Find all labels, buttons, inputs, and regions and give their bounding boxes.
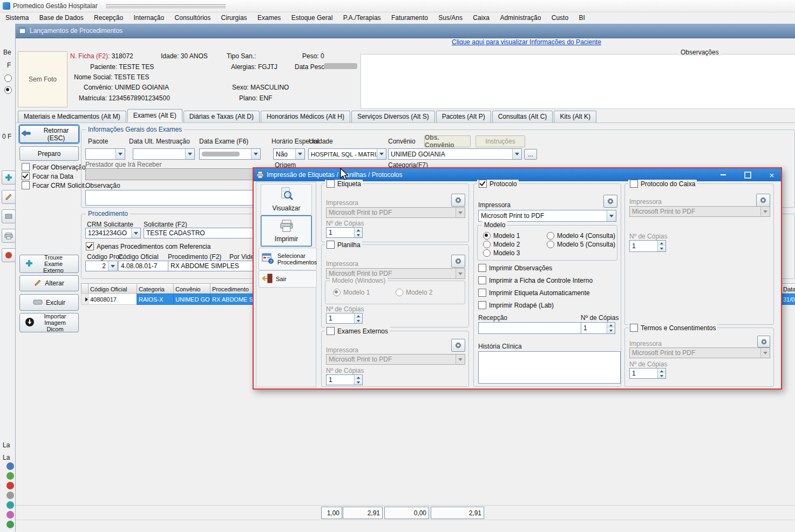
spin-up-icon[interactable] [607, 323, 615, 328]
menu-item-exames[interactable]: Exames [253, 12, 285, 24]
grid-header-data[interactable]: Data [781, 283, 795, 295]
solicitante-field[interactable]: TESTE CADASTRO [144, 228, 258, 238]
left-strip-radio[interactable] [4, 86, 12, 94]
pencil-icon[interactable] [2, 190, 16, 204]
grid-cell-data[interactable]: 31/0 [781, 294, 795, 305]
printer-icon[interactable] [2, 229, 16, 243]
selecionar-procedimentos-button[interactable]: ? Selecionar Procedimentos [259, 248, 317, 270]
menu-item-base-de-dados[interactable]: Base de Dados [35, 12, 88, 24]
protocolo-modelo4-radio[interactable]: Modelo 4 (Consulta) [547, 232, 615, 240]
exames-externos-checkbox[interactable]: Exames Externos [325, 327, 390, 335]
recepcao-field[interactable] [478, 322, 584, 334]
menu-item-custo[interactable]: Custo [547, 12, 573, 24]
imprimir-observacoes-checkbox[interactable]: Imprimir Observações [478, 264, 552, 272]
spin-down-icon[interactable] [355, 318, 362, 323]
excluir-button[interactable]: Excluir [19, 294, 79, 311]
menu-item-cirurgias[interactable]: Cirurgias [217, 12, 252, 24]
printer-settings-button[interactable] [757, 336, 770, 347]
focar-observacao-checkbox[interactable]: Focar Observação [22, 163, 86, 171]
grid-header-categoria[interactable]: Categoria [137, 283, 178, 295]
left-strip-radio[interactable] [4, 74, 12, 82]
record-icon[interactable] [2, 248, 16, 262]
left-strip-icon[interactable] [6, 521, 14, 528]
codigo-oficial-field[interactable]: 4.08.08.01-7 [118, 261, 171, 271]
spin-down-icon[interactable] [658, 246, 665, 251]
close-button[interactable]: × [764, 169, 780, 180]
planilha-copias-spinner[interactable]: 1 [326, 313, 363, 324]
referencia-checkbox[interactable]: Apenas Procedimentos com Referencia [86, 242, 210, 250]
menu-item-bi[interactable]: BI [574, 12, 589, 24]
tab-exames[interactable]: Exames (Alt E) [127, 109, 182, 122]
tab-kits[interactable]: Kits (Alt K) [554, 111, 596, 122]
spin-down-icon[interactable] [607, 328, 615, 333]
protocolo-modelo5-radio[interactable]: Modelo 5 (Consulta) [547, 241, 615, 248]
protocolo-modelo3-radio[interactable]: Modelo 3 [483, 249, 520, 257]
exames-externos-copias-spinner[interactable]: 1 [326, 374, 363, 385]
imprimir-rodape-checkbox[interactable]: Imprimir Rodapé (Lab) [478, 301, 554, 309]
printer-settings-button[interactable] [451, 255, 465, 268]
horario-especial-combo[interactable]: Não [273, 148, 305, 160]
spin-down-icon[interactable] [355, 233, 362, 237]
visualizar-button[interactable]: Visualizar [261, 184, 312, 215]
menu-item-sistema[interactable]: Sistema [1, 12, 33, 24]
minimize-button[interactable] [715, 169, 731, 180]
instrucoes-button[interactable]: Instruções [475, 135, 525, 147]
add-icon[interactable] [2, 170, 16, 185]
observacao-field[interactable] [85, 190, 257, 206]
codigo-proc-combo[interactable]: 2 [85, 261, 118, 271]
menu-item-caixa[interactable]: Caixa [468, 12, 494, 24]
protocolo-printer-combo[interactable]: Microsoft Print to PDF [478, 210, 616, 222]
tab-pacotes[interactable]: Pacotes (Alt P) [436, 111, 491, 122]
spin-up-icon[interactable] [355, 313, 362, 318]
left-strip-icon[interactable] [6, 482, 14, 489]
left-strip-icon[interactable] [6, 492, 14, 499]
protocolo-modelo1-radio[interactable]: Modelo 1 [483, 232, 520, 240]
grid-header-convenio[interactable]: Convênio [173, 283, 214, 295]
sair-button[interactable]: Sair [259, 270, 317, 288]
planilha-checkbox[interactable]: Planilha [325, 241, 362, 249]
app-titlebar[interactable]: Promedico Gestão Hospitalar [0, 0, 795, 12]
printer-settings-button[interactable] [451, 194, 465, 207]
menu-item-consultorios[interactable]: Consultórios [171, 12, 215, 24]
preparo-button[interactable]: Preparo [19, 146, 79, 161]
spin-down-icon[interactable] [355, 380, 362, 385]
data-exame-combo[interactable] [199, 148, 261, 160]
menu-item-recepcao[interactable]: Recepção [90, 12, 127, 24]
left-strip-icon[interactable] [6, 511, 14, 519]
printer-settings-button[interactable] [756, 194, 770, 207]
printer-settings-button[interactable] [603, 195, 617, 208]
grid-cell-codigo[interactable]: 40808017 [88, 294, 141, 305]
focar-na-data-checkbox[interactable]: Focar na Data [22, 172, 73, 180]
menu-item-faturamento[interactable]: Faturamento [387, 12, 432, 24]
patient-info-link[interactable]: Clique aqui para visualizar Informações … [452, 38, 601, 46]
menu-item-estoque-geral[interactable]: Estoque Geral [287, 12, 337, 24]
pacote-combo[interactable] [85, 148, 125, 160]
printer-settings-button[interactable] [451, 339, 465, 352]
menu-item-administracao[interactable]: Administração [495, 12, 545, 24]
tab-honorarios[interactable]: Honorários Médicos (Alt H) [261, 111, 350, 122]
data-ult-combo[interactable] [133, 148, 195, 160]
tab-materiais[interactable]: Materiais e Medicamentos (Alt M) [18, 111, 126, 122]
trouxe-ex-externo-button[interactable]: Trouxe Exame Externo [19, 255, 79, 273]
protocolo-checkbox[interactable]: Protocolo [477, 180, 519, 188]
imprimir-button[interactable]: Imprimir [261, 215, 312, 247]
grid-header-codigo[interactable]: Código Oficial [88, 283, 141, 295]
spin-up-icon[interactable] [355, 228, 362, 233]
alterar-button[interactable]: Alterar [19, 275, 79, 291]
protocolo-modelo2-radio[interactable]: Modelo 2 [483, 241, 520, 248]
grid-cell-categoria[interactable]: RAIOS-X [137, 294, 178, 305]
crm-combo[interactable]: 12341234GO [85, 228, 141, 238]
menu-item-internacao[interactable]: Internação [130, 12, 169, 24]
menu-item-pa-terapias[interactable]: P.A./Terapias [339, 12, 385, 24]
grid-cell-convenio[interactable]: UNIMED GOI [173, 294, 214, 305]
tab-servicos[interactable]: Serviços Diversos (Alt S) [351, 111, 435, 122]
left-strip-icon[interactable] [6, 462, 14, 470]
importar-dicom-button[interactable]: Importar Imagem Dicom [19, 313, 79, 332]
retornar-button[interactable]: Retornar (ESC) [19, 125, 79, 143]
spin-up-icon[interactable] [658, 369, 665, 373]
maximize-button[interactable] [739, 169, 756, 180]
focar-crm-checkbox[interactable]: Focar CRM Solicit. [22, 181, 86, 189]
tab-consultas[interactable]: Consultas (Alt C) [492, 111, 553, 122]
historia-clinica-textarea[interactable] [478, 351, 621, 384]
imprimir-etiqueta-checkbox[interactable]: Imprimir Etiqueta Automaticamente [478, 289, 590, 297]
